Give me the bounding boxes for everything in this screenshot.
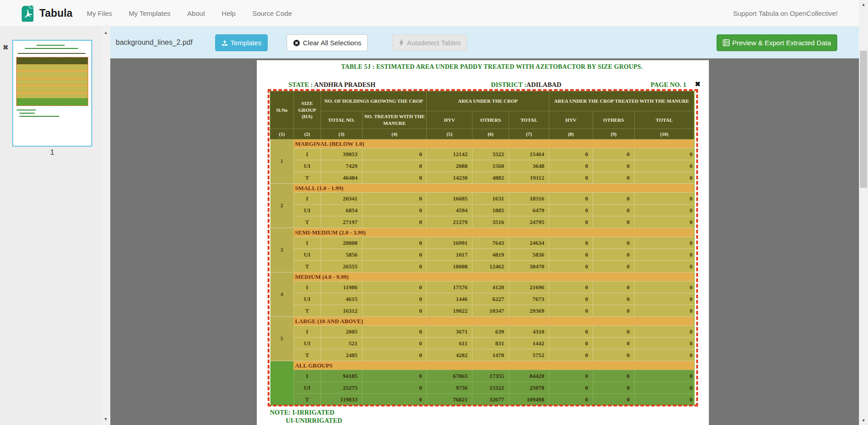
thumbnail-note-line [19,113,35,114]
district-value: ADILABAD [526,81,561,88]
thumbnail-table-footer [17,98,88,105]
nav-item-my-templates[interactable]: My Templates [129,10,170,17]
scrollbar-thumb[interactable] [860,51,867,188]
pdf-district-line: DISTRICT :ADILABAD [491,81,561,89]
flash-icon [399,39,404,46]
thumbnail-meta-line [18,53,85,54]
pdf-note-line2: UI-UNIRRIGATED [286,417,342,425]
pdf-page-no: PAGE NO. 1 [651,81,686,89]
pdf-note-line1: NOTE: I-IRRIGATED [270,409,335,416]
thumbnail-table [16,57,88,106]
document-toolbar: background_lines_2.pdf Templates Clear A… [110,27,859,58]
remove-circle-icon [293,39,300,47]
nav-item-help[interactable]: Help [222,10,236,17]
table-selection-box[interactable] [268,89,698,406]
templates-button-label: Templates [231,39,261,47]
pdf-viewer: TABLE 5J : ESTIMATED AREA UNDER PADDY TR… [110,58,859,425]
brand[interactable]: Tabula [20,4,73,22]
export-button-label: Preview & Export Extracted Data [732,39,831,47]
tabula-app: Tabula My Files My Templates About Help … [0,0,868,425]
preview-export-button[interactable]: Preview & Export Extracted Data [717,34,837,51]
thumbnail-title-line [37,45,65,46]
district-label: DISTRICT : [491,81,526,88]
state-value: ANDHRA PRADESH [314,81,376,88]
thumbnail-subtitle-line [25,48,78,49]
nav-links: My Files My Templates About Help Source … [87,0,292,26]
pdf-state-line: STATE : ANDHRA PRADESH [288,81,375,89]
scroll-up-icon[interactable]: ▲ [859,1,868,8]
thumbnail-note-line [19,116,59,117]
support-link[interactable]: Support Tabula on OpenCollective! [733,10,838,17]
pdf-page[interactable]: TABLE 5J : ESTIMATED AREA UNDER PADDY TR… [257,60,709,425]
page-thumbnail[interactable] [12,40,92,147]
nav-item-about[interactable]: About [187,10,205,17]
scroll-up-icon[interactable]: ▲ [101,29,110,36]
clear-button-label: Clear All Selections [303,39,361,47]
thumbnail-sidebar: ✖ 1 [0,27,101,425]
table-list-icon [723,39,730,46]
nav-item-source-code[interactable]: Source Code [252,10,292,17]
clear-all-selections-button[interactable]: Clear All Selections [287,34,368,51]
top-navbar: Tabula My Files My Templates About Help … [0,0,868,27]
scroll-down-icon[interactable]: ▼ [101,415,110,423]
pdf-table-title: TABLE 5J : ESTIMATED AREA UNDER PADDY TR… [257,63,709,71]
thumbnail-note-line [17,110,36,110]
upload-icon [222,40,228,46]
remove-file-icon[interactable]: ✖ [3,43,9,52]
autodetect-tables-button[interactable]: Autodetect Tables [392,34,467,51]
open-filename: background_lines_2.pdf [116,27,193,58]
delete-selection-icon[interactable]: ✖ [695,80,701,88]
tabula-logo-icon [20,4,35,22]
autodetect-button-label: Autodetect Tables [407,39,461,47]
page-scrollbar[interactable]: ▲ ▼ [859,0,868,425]
scroll-down-icon[interactable]: ▼ [859,417,868,424]
thumbnail-table-header [17,57,88,64]
page-number-label: 1 [12,148,92,157]
templates-button[interactable]: Templates [215,34,268,51]
brand-name: Tabula [39,7,73,19]
state-label: STATE : [288,81,313,88]
nav-item-my-files[interactable]: My Files [87,10,112,17]
sidebar-scrollbar[interactable]: ▲ ▼ [101,27,110,425]
